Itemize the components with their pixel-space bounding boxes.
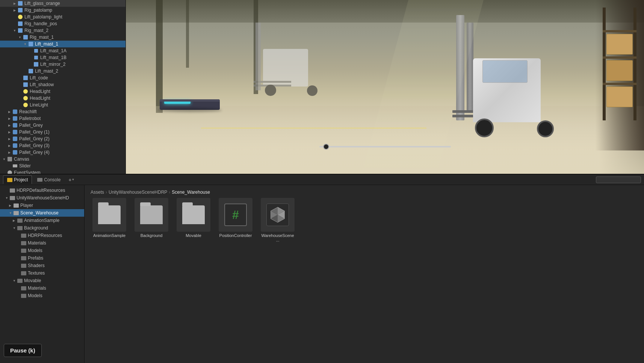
hierarchy-label-lift_glass_orange: Lift_glass_orange [24,1,60,6]
breadcrumb: Assets › UnityWarehouseSceneHDRP › Scene… [88,188,641,198]
expand-arrow-pallet_grey[interactable] [7,123,12,128]
expand-arrow-pallet_grey_2[interactable] [7,136,12,141]
tree-arrow-scene_warehouse[interactable]: ▼ [9,211,14,215]
tree-label-materials: Materials [28,240,46,246]
asset-thumb-background [135,198,168,232]
hierarchy-item-slider[interactable]: Slider [0,163,125,169]
asset-item-position_controller[interactable]: #PositionController [217,198,254,242]
hierarchy-item-eventsystem[interactable]: EventSystem [0,169,125,174]
expand-arrow-lift_mast_1[interactable] [23,41,28,47]
hierarchy-item-rig_patolamp[interactable]: Rig_patolamp [0,7,125,14]
expand-arrow-pallet_grey_4[interactable] [7,150,12,155]
viewport[interactable] [126,0,644,174]
hierarchy-item-headlight_1[interactable]: HeadLight [0,88,125,95]
hierarchy-item-canvas[interactable]: Canvas [0,156,125,163]
hierarchy-item-pallet_grey_2[interactable]: Pallet_Grey (2) [0,135,125,142]
add-icon: + [68,177,71,183]
hierarchy-item-lift_shadow[interactable]: Lift_shadow [0,81,125,88]
hierarchy-item-rig_handle_pos[interactable]: Rig_handle_pos [0,20,125,27]
asset-thumb-warehouse_scene [261,198,295,232]
tree-arrow-player[interactable]: ▶ [9,204,14,207]
breadcrumb-item-scene[interactable]: Scene_Warehouse [172,190,210,195]
hierarchy-label-canvas: Canvas [14,156,29,162]
hierarchy-item-lift_mast_2[interactable]: Lift_mast_2 [0,68,125,74]
hierarchy-item-lift_mast_1b[interactable]: Lift_mast_1B [0,54,125,61]
hierarchy-item-lift_mirror_2[interactable]: Lift_mirror_2 [0,61,125,68]
hierarchy-item-palletrobot[interactable]: Palletrobot [0,115,125,122]
tree-arrow-background[interactable]: ▼ [13,226,17,230]
tree-item-shaders[interactable]: Shaders [0,262,84,269]
tree-item-models[interactable]: Models [0,247,84,254]
breadcrumb-item-assets[interactable]: Assets [91,190,104,195]
hierarchy-item-lift_patolamp_light[interactable]: Lift_patolamp_light [0,14,125,20]
item-icon-cube [23,82,29,88]
hierarchy-item-rig_mast_2[interactable]: Rig_mast_2 [0,27,125,34]
asset-item-animation_sample[interactable]: AnimationSample [91,198,128,242]
hierarchy-item-lift_mast_1a[interactable]: Lift_mast_1A [0,47,125,54]
tree-folder-icon [10,196,15,200]
tree-item-hdrp_resources[interactable]: HDRPResources [0,232,84,239]
hierarchy-item-linelight[interactable]: LineLight [0,102,125,108]
tree-item-movable[interactable]: ▼Movable [0,277,84,284]
hierarchy-item-pallet_grey[interactable]: Pallet_Grey [0,122,125,129]
tree-item-movable_materials[interactable]: Materials [0,284,84,292]
hierarchy-item-headlight_2[interactable]: HeadLight [0,95,125,102]
tree-folder-icon [21,241,26,245]
tree-item-movable_models[interactable]: Models [0,292,84,299]
expand-arrow-palletrobot[interactable] [7,116,12,121]
hierarchy-item-rig_mast_1[interactable]: Rig_mast_1 [0,34,125,41]
hierarchy-label-reachlift: Reachlift [19,109,37,114]
tree-folder-icon [14,204,19,208]
item-icon-prefab [12,149,18,155]
add-tab-button[interactable]: + ▼ [67,176,76,184]
expand-arrow-pallet_grey_3[interactable] [7,143,12,148]
viewport-slider[interactable] [319,146,451,147]
tree-folder-icon [21,234,26,238]
expand-arrow-reachlift[interactable] [7,109,12,114]
asset-label-background: Background [141,233,163,238]
hierarchy-item-reachlift[interactable]: Reachlift [0,108,125,115]
hierarchy-label-lift_patolamp_light: Lift_patolamp_light [24,14,62,20]
tree-label-movable_materials: Materials [28,286,46,291]
asset-item-warehouse_scene[interactable]: WarehouseScene... [259,198,296,242]
expand-arrow-pallet_grey_1[interactable] [7,129,12,135]
expand-arrow-lift_code [17,75,23,80]
tree-item-materials[interactable]: Materials [0,239,84,247]
hierarchy-item-pallet_grey_3[interactable]: Pallet_Grey (3) [0,142,125,149]
asset-item-movable[interactable]: Movable [175,198,212,242]
tree-item-hdrp_default[interactable]: HDRPDefaultResources [0,187,84,194]
tree-item-unity_warehouse[interactable]: ▼UnityWarehouseSceneHD [0,194,84,202]
hierarchy-item-pallet_grey_4[interactable]: Pallet_Grey (4) [0,149,125,156]
hierarchy-item-pallet_grey_1[interactable]: Pallet_Grey (1) [0,129,125,135]
tree-item-animation_sample[interactable]: ▶AnimationSample [0,217,84,224]
tree-item-textures[interactable]: Textures [0,269,84,277]
tab-console[interactable]: Console [33,176,64,184]
expand-arrow-rig_mast_2[interactable] [12,28,17,33]
tree-arrow-animation_sample[interactable]: ▶ [13,219,17,222]
tree-label-movable: Movable [24,278,41,283]
tree-item-player[interactable]: ▶Player [0,202,84,209]
tree-item-background[interactable]: ▼Background [0,224,84,232]
expand-arrow-rig_patolamp[interactable] [12,8,17,13]
tree-arrow-movable[interactable]: ▼ [13,279,17,283]
tree-item-prefabs[interactable]: Prefabs [0,254,84,262]
expand-arrow-headlight_1 [17,89,23,94]
asset-item-background[interactable]: Background [133,198,170,242]
hierarchy-item-lift_code[interactable]: Lift_code [0,74,125,81]
tree-item-scene_warehouse[interactable]: ▼Scene_Warehouse [0,209,84,217]
viewport-slider-handle[interactable] [323,144,329,150]
tree-folder-icon [17,219,23,223]
pause-button[interactable]: Pause (k) [4,344,42,357]
hierarchy-label-rig_handle_pos: Rig_handle_pos [24,21,57,26]
expand-arrow-canvas[interactable] [2,156,7,162]
tree-arrow-unity_warehouse[interactable]: ▼ [5,196,10,200]
tab-project[interactable]: Project [3,175,32,184]
breadcrumb-item-unity[interactable]: UnityWarehouseSceneHDRP [109,190,167,195]
item-icon-cube [28,41,34,47]
expand-arrow-lift_glass_orange[interactable] [12,1,17,6]
hierarchy-item-lift_glass_orange[interactable]: Lift_glass_orange [0,0,125,7]
hierarchy-item-lift_mast_1[interactable]: Lift_mast_1 [0,41,125,47]
item-icon-cube [17,27,23,33]
expand-arrow-rig_mast_1[interactable] [17,35,23,40]
search-input[interactable] [596,176,641,183]
